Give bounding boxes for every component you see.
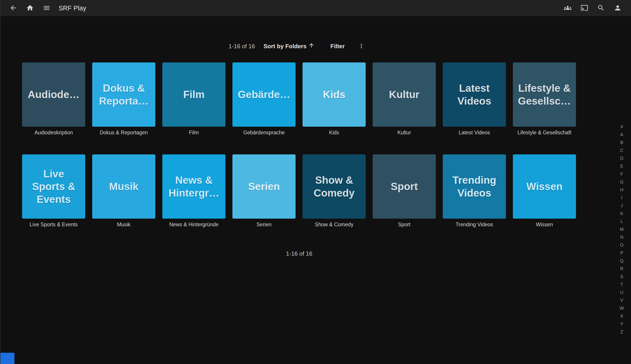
alphabet-letter[interactable]: G (617, 178, 626, 186)
folder-card[interactable]: Kultur (373, 62, 436, 127)
syncplay-group-icon (564, 4, 572, 12)
folder-card-label: Latest Videos (443, 129, 506, 136)
folder-card-cell: Dokus & Reporta…Dokus & Reportagen (92, 62, 155, 136)
filter-button[interactable]: Filter (330, 43, 345, 50)
folder-card[interactable]: Trending Videos (443, 154, 506, 219)
bottom-left-accent (0, 353, 14, 364)
alphabet-letter[interactable]: # (617, 123, 626, 131)
alphabet-letter[interactable]: L (617, 218, 626, 226)
alphabet-letter[interactable]: N (617, 233, 626, 241)
cast-button[interactable] (578, 2, 590, 14)
alphabet-letter[interactable]: X (617, 312, 626, 320)
alphabet-letter[interactable]: V (617, 296, 626, 304)
alphabet-letter[interactable]: H (617, 186, 626, 194)
folder-card[interactable]: Musik (92, 154, 155, 219)
folder-card[interactable]: Show & Comedy (302, 154, 366, 219)
cast-icon (580, 4, 588, 12)
alphabet-letter[interactable]: O (617, 241, 626, 249)
back-button[interactable] (8, 2, 19, 14)
alphabet-letter[interactable]: K (617, 210, 626, 218)
folder-card-title: Kultur (389, 88, 419, 101)
alphabet-letter[interactable]: J (617, 202, 626, 210)
folder-card-cell: SportSport (373, 154, 436, 228)
folder-card[interactable]: Dokus & Reporta… (92, 62, 155, 127)
folder-card-label: News & Hintergründe (162, 221, 226, 228)
folder-card[interactable]: Latest Videos (443, 62, 506, 127)
folder-card-label: Gebärdensprache (232, 129, 296, 136)
folder-card-title: Musik (109, 180, 138, 193)
folder-card-cell: FilmFilm (162, 62, 226, 136)
folder-card-cell: KidsKids (302, 62, 366, 136)
arrow-up-icon (306, 42, 315, 50)
menu-icon (43, 4, 50, 12)
sort-button-label: Sort by Folders (264, 43, 306, 50)
folder-card[interactable]: Audiode… (22, 62, 85, 127)
home-icon (26, 4, 34, 12)
folder-card-title: Gebärde… (238, 88, 290, 101)
footer-item-count: 1-16 of 16 (0, 250, 598, 257)
user-button[interactable] (612, 2, 624, 14)
folder-card-label: Audiodeskription (22, 129, 85, 136)
alphabet-letter[interactable]: P (617, 249, 626, 257)
folder-card[interactable]: News & Hintergr… (162, 154, 226, 219)
more-options-button[interactable] (356, 40, 367, 52)
folder-card-title: Wissen (526, 180, 563, 193)
item-count: 1-16 of 16 (228, 43, 255, 50)
alphabet-letter[interactable]: R (617, 265, 626, 273)
alphabet-letter[interactable]: T (617, 280, 626, 288)
folder-card-title: Lifestyle & Gesellsc… (518, 82, 571, 107)
top-bar: SRF Play (0, 0, 631, 16)
folder-card-label: Show & Comedy (302, 221, 366, 228)
folder-card[interactable]: Film (162, 62, 226, 127)
menu-button[interactable] (41, 2, 52, 14)
alphabet-letter[interactable]: I (617, 194, 626, 202)
alphabet-letter[interactable]: W (617, 304, 626, 312)
folder-card-title: Latest Videos (458, 82, 491, 107)
folder-card-label: Serien (232, 221, 296, 228)
alphabet-letter[interactable]: A (617, 131, 626, 138)
folder-card[interactable]: Lifestyle & Gesellsc… (513, 62, 576, 127)
folder-card-label: Sport (373, 221, 436, 228)
folder-card-label: Musik (92, 221, 155, 228)
folder-card-label: Live Sports & Events (22, 221, 85, 228)
alphabet-letter[interactable]: Z (617, 328, 626, 336)
folder-card-cell: MusikMusik (92, 154, 155, 228)
alphabet-letter[interactable]: D (617, 154, 626, 162)
alphabet-letter[interactable]: C (617, 146, 626, 154)
folder-card-cell: Audiode…Audiodeskription (22, 62, 85, 136)
alphabet-letter[interactable]: Y (617, 320, 626, 328)
folder-card[interactable]: Live Sports & Events (22, 154, 85, 219)
alphabet-letter[interactable]: E (617, 162, 626, 170)
user-icon (614, 4, 622, 12)
alphabet-letter[interactable]: S (617, 273, 626, 280)
folder-card-cell: Trending VideosTrending Videos (443, 154, 506, 228)
folder-card-title: News & Hintergr… (169, 174, 219, 199)
folder-card-cell: Live Sports & EventsLive Sports & Events (22, 154, 85, 228)
alphabet-letter[interactable]: B (617, 138, 626, 146)
search-button[interactable] (595, 2, 607, 14)
folder-card-label: Trending Videos (443, 221, 506, 228)
folder-card-title: Sport (391, 180, 418, 193)
alphabet-letter[interactable]: Q (617, 257, 626, 265)
folder-card-title: Dokus & Reporta… (99, 82, 148, 107)
home-button[interactable] (24, 2, 36, 14)
folder-card-title: Film (183, 88, 205, 101)
sort-button[interactable]: Sort by Folders (264, 42, 315, 50)
folder-card-cell: Latest VideosLatest Videos (443, 62, 506, 136)
folder-card[interactable]: Kids (302, 62, 366, 127)
folder-card[interactable]: Serien (232, 154, 296, 219)
folder-card[interactable]: Sport (373, 154, 436, 219)
folder-card[interactable]: Gebärde… (232, 62, 296, 127)
alphabet-picker: #ABCDEFGHIJKLMNOPQRSTUVWXYZ (617, 123, 626, 336)
folder-card[interactable]: Wissen (513, 154, 576, 219)
folder-card-label: Kids (302, 129, 366, 136)
alphabet-letter[interactable]: U (617, 288, 626, 296)
folder-card-label: Wissen (513, 221, 576, 228)
folder-card-label: Film (162, 129, 226, 136)
alphabet-letter[interactable]: M (617, 226, 626, 233)
folder-card-cell: Gebärde…Gebärdensprache (232, 62, 296, 136)
search-icon (597, 4, 605, 12)
syncplay-button[interactable] (562, 2, 574, 14)
alphabet-letter[interactable]: F (617, 170, 626, 178)
folder-card-title: Kids (323, 88, 345, 101)
